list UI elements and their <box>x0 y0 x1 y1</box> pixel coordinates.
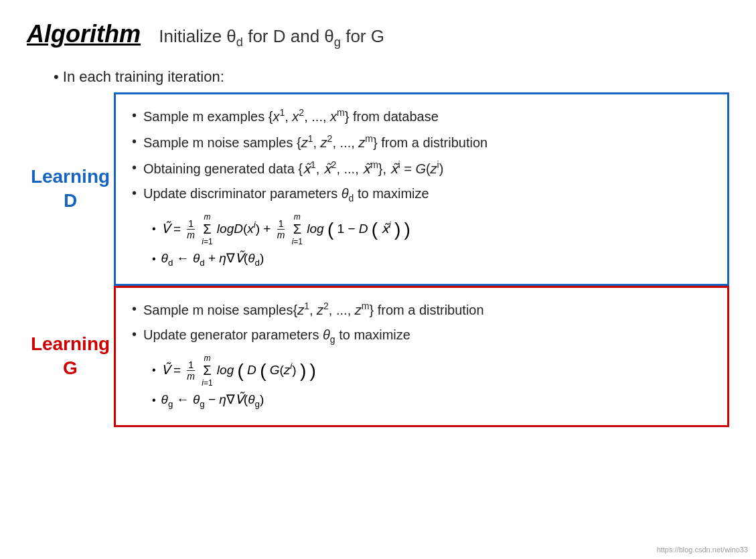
red-formulas: • Ṽ = 1 m m Σ i=1 log ( <box>152 353 711 409</box>
blue-box: • Sample m examples {x1, x2, ..., xm} fr… <box>114 92 729 285</box>
blue-formulas: • Ṽ = 1 m m Σ i=1 logD(xi) + <box>152 212 711 268</box>
red-formula-1: • Ṽ = 1 m m Σ i=1 log ( <box>152 353 711 388</box>
blue-bullet-1: • Sample m examples {x1, x2, ..., xm} fr… <box>132 106 711 126</box>
learning-d-row: LearningD • Sample m examples {x1, x2, .… <box>27 92 729 285</box>
red-bullet-1: • Sample m noise samples{z1, z2, ..., zm… <box>132 300 711 319</box>
page: Algorithm Initialize θd for D and θg for… <box>0 0 756 559</box>
blue-bullet-4: • Update discriminator parameters θd to … <box>132 184 711 206</box>
blue-bullet-4-text: Update discriminator parameters θd to ma… <box>143 184 429 206</box>
watermark: https://blog.csdn.net/wino33 <box>657 546 748 554</box>
bullet-dot: • <box>132 185 137 201</box>
learning-g-row: LearningG • Sample m noise samples{z1, z… <box>27 286 729 427</box>
bullet-dot: • <box>132 134 137 149</box>
blue-bullet-3-text: Obtaining generated data {x̃1, x̃2, ...,… <box>143 159 443 178</box>
bullet-dot: • <box>132 108 137 123</box>
red-bullet-1-text: Sample m noise samples{z1, z2, ..., zm} … <box>143 300 484 319</box>
blue-bullet-1-text: Sample m examples {x1, x2, ..., xm} from… <box>143 106 439 126</box>
red-formula-1-text: Ṽ = 1 m m Σ i=1 log ( D ( <box>161 353 316 388</box>
blue-formula-1-text: Ṽ = 1 m m Σ i=1 logD(xi) + 1 <box>161 212 410 246</box>
header-subtitle: Initialize θd for D and θg for G <box>154 26 384 50</box>
blue-bullet-2-text: Sample m noise samples {z1, z2, ..., zm}… <box>143 133 487 152</box>
top-bullet: • In each training iteration: <box>54 68 729 86</box>
red-bullet-2-text: Update generator parameters θg to maximi… <box>143 325 410 347</box>
header: Algorithm Initialize θd for D and θg for… <box>27 20 729 50</box>
red-box: • Sample m noise samples{z1, z2, ..., zm… <box>114 286 729 427</box>
learning-g-label-wrapper: LearningG <box>27 286 114 427</box>
blue-formula-2-text: θd ← θd + η∇Ṽ(θd) <box>161 250 264 268</box>
learning-d-label-wrapper: LearningD <box>27 92 114 285</box>
red-formula-2-text: θg ← θg − η∇Ṽ(θg) <box>161 392 264 409</box>
learning-g-label: LearningG <box>31 332 110 381</box>
blue-bullet-3: • Obtaining generated data {x̃1, x̃2, ..… <box>132 159 711 178</box>
bullet-dot: • <box>132 160 137 175</box>
blue-bullet-2: • Sample m noise samples {z1, z2, ..., z… <box>132 133 711 152</box>
bullet-dot: • <box>132 327 137 342</box>
learning-d-label: LearningD <box>31 165 110 214</box>
bullet-dot: • <box>132 301 137 317</box>
red-bullet-2: • Update generator parameters θg to maxi… <box>132 325 711 347</box>
algorithm-title: Algorithm <box>27 20 141 48</box>
blue-formula-1: • Ṽ = 1 m m Σ i=1 logD(xi) + <box>152 212 711 246</box>
blue-formula-2: • θd ← θd + η∇Ṽ(θd) <box>152 250 711 268</box>
red-formula-2: • θg ← θg − η∇Ṽ(θg) <box>152 392 711 409</box>
